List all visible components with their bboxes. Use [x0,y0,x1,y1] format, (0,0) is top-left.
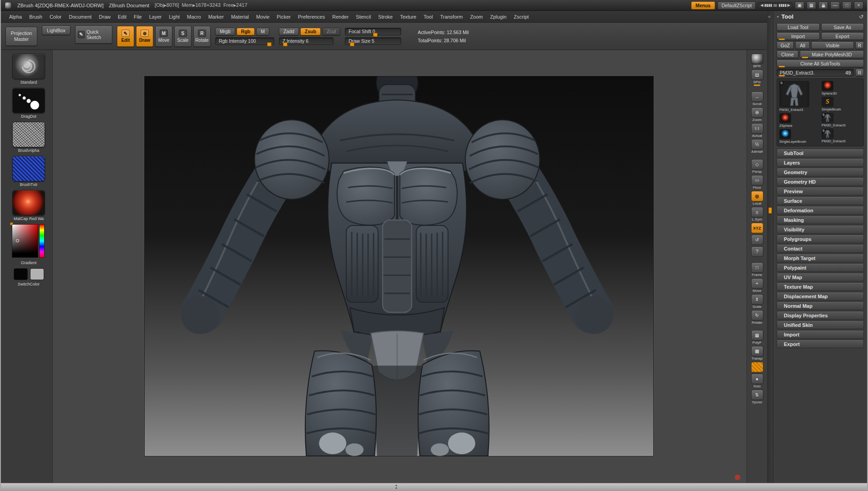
rotate-view-button[interactable]: ↻Rotate [751,310,763,325]
tool-thumbnail-pm3d-extract-b[interactable]: 5 PM3D_Extract3 [822,129,861,143]
texture-selector[interactable]: BrushTxtr [11,156,46,187]
secondary-color-swatch[interactable] [30,268,44,280]
close-button[interactable]: × [854,1,863,9]
rgb-intensity-handle[interactable] [267,42,272,46]
switch-color[interactable]: SwitchColor [11,268,46,286]
menu-picker[interactable]: Picker [273,13,294,21]
menu-alpha[interactable]: Alpha [5,13,25,21]
move-button[interactable]: M Move [155,26,172,47]
alpha-selector[interactable]: BrushAlpha [11,122,46,153]
active-tool-thumbnail[interactable]: S PM3D_Extract3 [779,81,819,112]
move-view-button[interactable]: +Move [751,278,763,293]
section-masking[interactable]: Masking [777,215,864,224]
scrub-right-icon[interactable]: ▶ [787,3,790,7]
section-normal-map[interactable]: Normal Map [777,301,864,310]
document-area[interactable] [52,50,747,483]
menu-brush[interactable]: Brush [25,13,46,21]
all-button[interactable]: All [795,41,810,49]
draw-size-slider[interactable]: Draw Size 5 [345,37,401,45]
menu-layer[interactable]: Layer [146,13,166,21]
doc-scrub-control[interactable]: ◀▮▮▮▮▮▮▮▮▶ [758,2,792,8]
zcut-button[interactable]: Zcut [322,28,340,35]
saturation-square[interactable] [12,224,38,258]
menu-stencil[interactable]: Stencil [352,13,374,21]
lock-icon[interactable] [818,1,828,9]
menu-zplugin[interactable]: Zplugin [486,13,510,21]
hue-bar[interactable] [39,224,45,258]
section-deformation[interactable]: Deformation [777,206,864,215]
solo-button[interactable]: ●Solo [751,374,763,388]
menu-zscript[interactable]: Zscript [510,13,532,21]
material-selector[interactable]: MatCap Red Wa [11,190,46,221]
stroke-selector[interactable]: DragDot [11,88,46,119]
aahalf-button[interactable]: ½AAHalf [751,139,763,154]
menu-color[interactable]: Color [46,13,65,21]
goz-r-button[interactable]: R [855,41,864,49]
section-subtool[interactable]: SubTool [777,149,864,157]
menu-preferences[interactable]: Preferences [294,13,328,21]
focal-shift-slider[interactable]: Focal Shift 0 [345,28,401,35]
scroll-button[interactable]: ↔Scroll [751,91,763,106]
import-button[interactable]: Import [777,32,820,40]
clone-all-subtools-button[interactable]: Clone All SubTools [777,60,864,67]
tool-thumbnail-zsphere[interactable]: ZSphere [779,113,819,128]
make-polymesh3d-button[interactable]: Make PolyMesh3D [800,50,864,58]
section-texture-map[interactable]: Texture Map [777,282,864,291]
section-unified-skin[interactable]: Unified Skin [777,321,864,329]
section-visibility[interactable]: Visibility [777,225,864,234]
persp-button[interactable]: ◇Persp [751,159,763,174]
color-cursor[interactable] [16,239,19,242]
actual-button[interactable]: 1:1Actual [751,123,763,138]
lsym-button[interactable]: )(L.Sym [751,207,763,221]
frame-button[interactable]: □Frame [751,262,763,277]
grid-view-icon[interactable]: ▦ [807,1,816,9]
tool-thumbnail-sphere3d[interactable]: Sphere3D [822,81,861,95]
transp-button[interactable]: ▩Transp [751,346,763,361]
section-display-properties[interactable]: Display Properties [777,311,864,320]
section-polygroups[interactable]: Polygroups [777,235,864,243]
menu-light[interactable]: Light [165,13,183,21]
z-intensity-handle[interactable] [283,42,288,46]
spix-button[interactable]: ▤SPix [751,70,763,86]
menu-texture[interactable]: Texture [396,13,420,21]
main-color-swatch[interactable] [14,268,28,280]
active-tool-name-field[interactable]: PM3D_Extract3. 49 [777,69,854,76]
xyz-button[interactable]: XYZ [751,223,763,233]
scale-view-button[interactable]: ⇕Scale [751,294,763,309]
mrgb-button[interactable]: Mrgb [215,28,235,35]
z-intensity-slider[interactable]: Z Intensity 6 [279,37,333,45]
save-as-button[interactable]: Save As [821,23,864,31]
menu-movie[interactable]: Movie [252,13,273,21]
menu-document[interactable]: Document [65,13,95,21]
draw-button[interactable]: ⊕ Draw [136,26,153,47]
notification-dot[interactable] [736,476,739,479]
scroll-down-icon[interactable]: ▼ [395,487,398,490]
tile-documents-icon[interactable]: ▣ [795,1,804,9]
collapse-tray-icon[interactable]: « [768,14,771,19]
section-uv-map[interactable]: UV Map [777,273,864,281]
lightbox-button[interactable]: LightBox [42,25,71,35]
quick-sketch-button[interactable]: ✎ Quick Sketch [75,25,112,44]
menu-draw[interactable]: Draw [95,13,114,21]
clone-button[interactable]: Clone [777,50,798,58]
menu-render[interactable]: Render [328,13,352,21]
section-displacement-map[interactable]: Displacement Map [777,292,864,301]
rgb-button[interactable]: Rgb [237,28,255,35]
rotate-button[interactable]: R Rotate [193,26,211,47]
section-export[interactable]: Export [777,340,864,348]
restore-palette-icon[interactable]: ↺ [859,14,863,20]
section-import[interactable]: Import [777,330,864,339]
menu-tool[interactable]: Tool [420,13,436,21]
visible-button[interactable]: Visible [811,41,854,49]
scroll-up-icon[interactable]: ▲ [395,484,398,487]
edit-button[interactable]: ✎ Edit [117,26,134,47]
menu-zoom[interactable]: Zoom [466,13,486,21]
projection-master-button[interactable]: Projection Master [5,27,37,46]
color-picker-widget[interactable] [12,224,45,259]
scrub-left-icon[interactable]: ◀ [760,3,763,7]
goz-button[interactable]: GoZ [777,41,794,49]
section-preview[interactable]: Preview [777,187,864,195]
spiral-button[interactable]: ↺ [751,235,763,245]
section-layers[interactable]: Layers [777,158,864,167]
maximize-button[interactable]: □ [842,1,852,9]
